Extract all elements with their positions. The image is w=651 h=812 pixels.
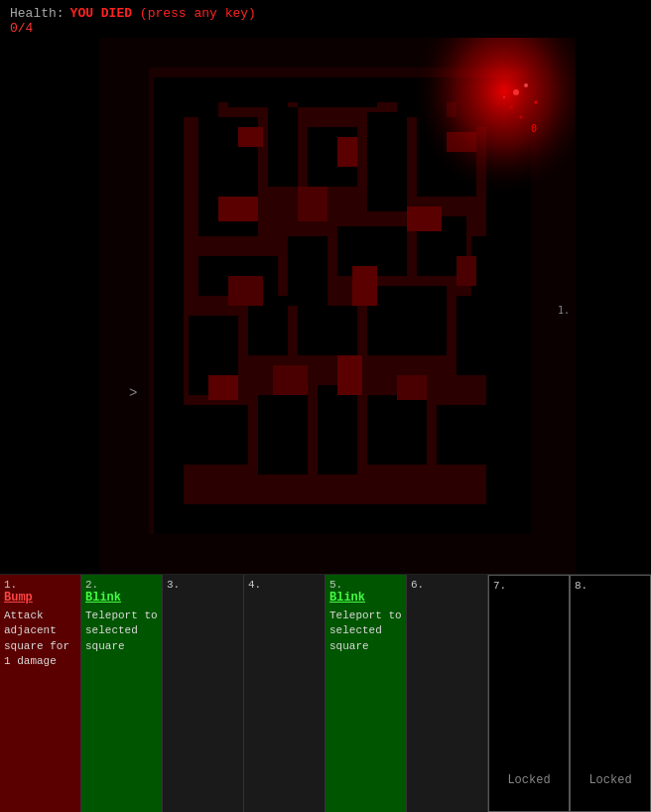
slot-6-number: 6. bbox=[411, 579, 483, 591]
slot-5-number: 5. bbox=[329, 579, 402, 591]
action-slot-5[interactable]: 5. Blink Teleport to selected square bbox=[326, 575, 407, 812]
health-label: Health: bbox=[10, 6, 65, 21]
action-slot-6[interactable]: 6. bbox=[407, 575, 488, 812]
slot-8-locked: Locked bbox=[588, 753, 631, 807]
svg-text:1.: 1. bbox=[558, 305, 570, 316]
svg-point-53 bbox=[503, 96, 505, 98]
main-container: Health: YOU DIED (press any key) 0/4 bbox=[0, 0, 651, 812]
sidebar-arrow: > bbox=[129, 385, 137, 401]
slot-2-name: Blink bbox=[85, 591, 158, 605]
slot-2-desc: Teleport to selected square bbox=[85, 609, 158, 654]
game-map[interactable]: 0 1. > bbox=[99, 38, 576, 574]
action-slot-2[interactable]: 2. Blink Teleport to selected square bbox=[81, 575, 163, 812]
svg-point-49 bbox=[513, 89, 519, 95]
press-any-key: (press any key) bbox=[140, 6, 256, 21]
slot-3-number: 3. bbox=[167, 579, 239, 591]
slot-4-number: 4. bbox=[248, 579, 321, 591]
top-bar: Health: YOU DIED (press any key) 0/4 bbox=[0, 0, 651, 40]
slot-1-name: Bump bbox=[4, 591, 76, 605]
action-slot-8: 8. Locked bbox=[570, 575, 651, 812]
health-value: 0/4 bbox=[10, 21, 33, 36]
slot-5-name: Blink bbox=[329, 591, 402, 605]
action-slot-4[interactable]: 4. bbox=[244, 575, 326, 812]
slot-1-desc: Attack adjacent square for 1 damage bbox=[4, 609, 76, 670]
action-slot-3[interactable]: 3. bbox=[163, 575, 244, 812]
svg-point-52 bbox=[535, 101, 538, 104]
action-slot-7: 7. Locked bbox=[488, 575, 570, 812]
death-message: YOU DIED (press any key) bbox=[70, 6, 256, 21]
svg-point-51 bbox=[509, 105, 513, 109]
slot-5-desc: Teleport to selected square bbox=[329, 609, 402, 654]
action-slot-1[interactable]: 1. Bump Attack adjacent square for 1 dam… bbox=[0, 575, 81, 812]
slot-7-locked: Locked bbox=[507, 753, 550, 807]
svg-rect-48 bbox=[154, 77, 531, 534]
map-svg: 0 1. bbox=[99, 38, 576, 574]
slot-7-number: 7. bbox=[493, 580, 506, 592]
svg-point-54 bbox=[520, 116, 523, 119]
top-row: Health: YOU DIED (press any key) bbox=[10, 6, 256, 21]
slot-2-number: 2. bbox=[85, 579, 158, 591]
action-bar: 1. Bump Attack adjacent square for 1 dam… bbox=[0, 574, 651, 812]
slot-1-number: 1. bbox=[4, 579, 76, 591]
svg-point-50 bbox=[524, 83, 528, 87]
svg-text:0: 0 bbox=[531, 123, 537, 134]
slot-8-number: 8. bbox=[575, 580, 587, 592]
